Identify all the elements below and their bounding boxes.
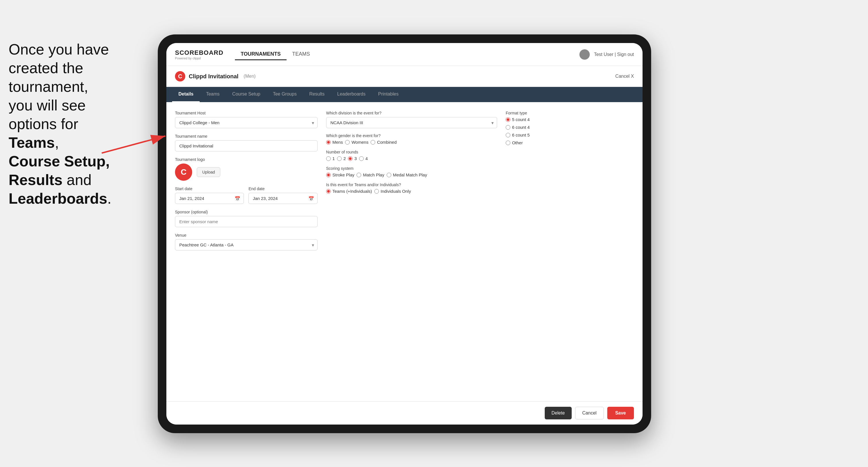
logo-sub: Powered by clippd <box>175 57 223 60</box>
rounds-1-option[interactable]: 1 <box>326 156 335 161</box>
gender-label: Which gender is the event for? <box>326 133 497 138</box>
tablet-screen: SCOREBOARD Powered by clippd TOURNAMENTS… <box>166 43 643 425</box>
tab-course-setup[interactable]: Course Setup <box>226 87 267 102</box>
scoring-label: Scoring system <box>326 166 497 171</box>
scoring-radio-row: Stroke Play Match Play Medal Match Play <box>326 173 497 177</box>
logo-preview: C <box>175 163 192 181</box>
date-row: Start date 📅 End date 📅 <box>175 186 317 204</box>
instruction-bold2: Course Setup, <box>9 153 110 169</box>
teams-individuals-group: Is this event for Teams and/or Individua… <box>326 182 497 194</box>
bottom-action-bar: Delete Cancel Save <box>166 401 643 425</box>
division-label: Which division is the event for? <box>326 111 497 115</box>
logo-text: SCOREBOARD <box>175 49 223 57</box>
teams-individuals-label: Is this event for Teams and/or Individua… <box>326 182 497 187</box>
start-date-input[interactable] <box>175 193 244 204</box>
scoring-stroke-option[interactable]: Stroke Play <box>326 173 354 177</box>
format-other-option[interactable]: Other <box>506 140 634 145</box>
teams-plus-radio[interactable] <box>326 189 331 194</box>
end-date-label: End date <box>248 186 317 191</box>
nav-tournaments[interactable]: TOURNAMENTS <box>235 49 286 60</box>
scoring-match-radio[interactable] <box>356 173 361 177</box>
cancel-button[interactable]: Cancel <box>575 407 604 419</box>
start-date-group: Start date 📅 <box>175 186 244 204</box>
tournament-icon: C <box>175 71 185 82</box>
format-6count5-option[interactable]: 6 count 5 <box>506 132 634 137</box>
gender-mens-radio[interactable] <box>326 140 331 145</box>
sponsor-input[interactable] <box>175 216 317 227</box>
format-type-group: Format type 5 count 4 6 count 4 <box>506 111 634 145</box>
rounds-4-option[interactable]: 4 <box>359 156 368 161</box>
scoring-match-option[interactable]: Match Play <box>356 173 384 177</box>
individuals-only-radio[interactable] <box>374 189 379 194</box>
scoring-medal-option[interactable]: Medal Match Play <box>387 173 427 177</box>
rounds-radio-row: 1 2 3 4 <box>326 156 497 161</box>
rounds-1-radio[interactable] <box>326 156 331 161</box>
user-text[interactable]: Test User | Sign out <box>594 52 634 57</box>
end-date-group: End date 📅 <box>248 186 317 204</box>
cancel-top-button[interactable]: Cancel X <box>615 74 634 79</box>
tournament-title-row: C Clippd Invitational (Men) <box>175 71 255 82</box>
user-area: Test User | Sign out <box>580 49 634 60</box>
division-group: Which division is the event for? NCAA Di… <box>326 111 497 128</box>
delete-button[interactable]: Delete <box>545 407 572 419</box>
venue-select-wrapper: Peachtree GC - Atlanta - GA ▾ <box>175 239 317 250</box>
tab-leaderboards[interactable]: Leaderboards <box>331 87 372 102</box>
gender-mens-option[interactable]: Mens <box>326 140 343 145</box>
rounds-label: Number of rounds <box>326 150 497 154</box>
gender-group: Which gender is the event for? Mens Wome… <box>326 133 497 145</box>
format-type-label: Format type <box>506 111 634 115</box>
format-5count4-radio[interactable] <box>506 117 510 122</box>
tournament-host-select[interactable]: Clippd College - Men <box>175 117 317 128</box>
format-6count5-radio[interactable] <box>506 133 510 137</box>
instruction-period: . <box>107 190 111 207</box>
end-date-input[interactable] <box>248 193 317 204</box>
rounds-3-radio[interactable] <box>348 156 352 161</box>
venue-group: Venue Peachtree GC - Atlanta - GA ▾ <box>175 233 317 250</box>
logo-area: SCOREBOARD Powered by clippd <box>175 49 223 60</box>
gender-combined-option[interactable]: Combined <box>371 140 396 145</box>
format-5count4-option[interactable]: 5 count 4 <box>506 117 634 122</box>
tab-teams[interactable]: Teams <box>199 87 226 102</box>
teams-radio-row: Teams (+Individuals) Individuals Only <box>326 189 497 194</box>
tab-tee-groups[interactable]: Tee Groups <box>267 87 303 102</box>
tournament-name-group: Tournament name <box>175 134 317 152</box>
start-date-wrapper: 📅 <box>175 193 244 204</box>
svg-line-1 <box>101 136 165 153</box>
rounds-2-radio[interactable] <box>337 156 342 161</box>
division-select-wrapper: NCAA Division III ▾ <box>326 117 497 128</box>
format-6count4-radio[interactable] <box>506 125 510 130</box>
end-date-calendar-icon: 📅 <box>308 196 314 201</box>
tournament-host-group: Tournament Host Clippd College - Men ▾ <box>175 111 317 128</box>
content-area: C Clippd Invitational (Men) Cancel X Det… <box>166 66 643 401</box>
form-right-col: Format type 5 count 4 6 count 4 <box>506 111 634 250</box>
gender-womens-radio[interactable] <box>345 140 350 145</box>
rounds-2-option[interactable]: 2 <box>337 156 346 161</box>
logo-upload-area: C Upload <box>175 163 317 181</box>
individuals-only-option[interactable]: Individuals Only <box>374 189 411 194</box>
scoring-stroke-radio[interactable] <box>326 173 331 177</box>
venue-select[interactable]: Peachtree GC - Atlanta - GA <box>175 239 317 250</box>
venue-label: Venue <box>175 233 317 238</box>
nav-teams[interactable]: TEAMS <box>286 49 316 60</box>
tournament-name-label: Tournament name <box>175 134 317 138</box>
save-button[interactable]: Save <box>607 407 634 419</box>
format-other-radio[interactable] <box>506 141 510 145</box>
format-6count4-option[interactable]: 6 count 4 <box>506 125 634 130</box>
upload-button[interactable]: Upload <box>197 167 220 177</box>
tournament-name-input[interactable] <box>175 140 317 152</box>
form-left-col: Tournament Host Clippd College - Men ▾ T… <box>175 111 317 250</box>
division-select[interactable]: NCAA Division III <box>326 117 497 128</box>
tab-printables[interactable]: Printables <box>372 87 405 102</box>
tournament-host-select-wrapper: Clippd College - Men ▾ <box>175 117 317 128</box>
gender-womens-option[interactable]: Womens <box>345 140 368 145</box>
tab-details[interactable]: Details <box>172 87 199 102</box>
teams-plus-option[interactable]: Teams (+Individuals) <box>326 189 372 194</box>
rounds-4-radio[interactable] <box>359 156 364 161</box>
tablet-frame: SCOREBOARD Powered by clippd TOURNAMENTS… <box>158 34 651 433</box>
scoring-medal-radio[interactable] <box>387 173 391 177</box>
instruction-bold3: Results <box>9 172 63 188</box>
rounds-3-option[interactable]: 3 <box>348 156 356 161</box>
tab-results[interactable]: Results <box>303 87 331 102</box>
instruction-line1: Once you havecreated thetournament,you w… <box>9 41 109 132</box>
gender-combined-radio[interactable] <box>371 140 375 145</box>
